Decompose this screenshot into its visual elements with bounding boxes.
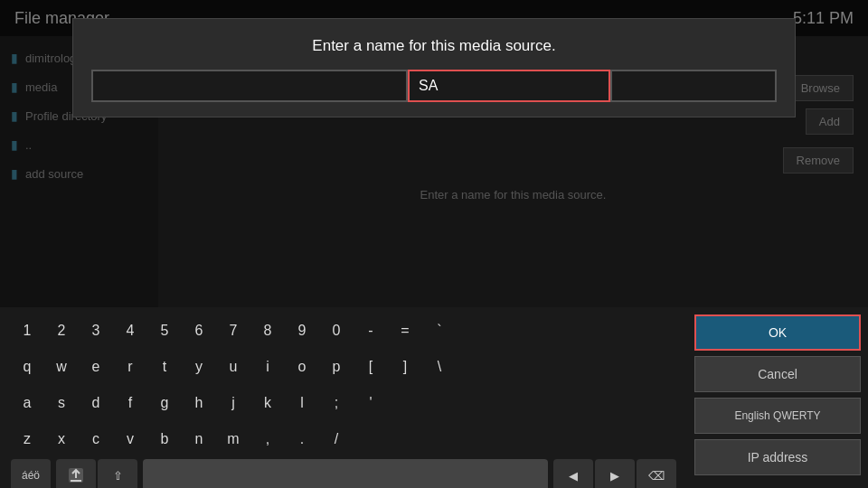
key-semicolon[interactable]: ; (320, 387, 353, 419)
dialog-title: Enter a name for this media source. (91, 37, 777, 55)
key-1[interactable]: 1 (11, 314, 43, 347)
key-u[interactable]: u (217, 351, 250, 383)
dialog-name-input[interactable] (408, 70, 610, 102)
key-0[interactable]: 0 (320, 314, 353, 347)
dialog-input-right-pad (610, 70, 777, 102)
keyboard-row-zxcv: z x c v b n m , . / (11, 423, 676, 455)
key-p[interactable]: p (320, 351, 353, 383)
key-backtick[interactable]: ` (423, 314, 456, 347)
key-c[interactable]: c (80, 423, 112, 455)
key-j[interactable]: j (217, 387, 250, 419)
keyboard-row-numbers: 1 2 3 4 5 6 7 8 9 0 - = ` (11, 314, 676, 347)
key-shift[interactable]: ⇧ (98, 459, 137, 488)
key-8[interactable]: 8 (251, 314, 284, 347)
key-backspace[interactable]: ⌫ (637, 459, 676, 488)
key-right-arrow[interactable]: ▶ (595, 459, 635, 488)
key-period[interactable]: . (286, 423, 318, 455)
key-comma[interactable]: , (251, 423, 284, 455)
key-5[interactable]: 5 (148, 314, 181, 347)
key-3[interactable]: 3 (80, 314, 112, 347)
key-y[interactable]: y (183, 351, 215, 383)
dialog-input-row (91, 70, 777, 102)
keyboard-row-asdf: a s d f g h j k l ; ' (11, 387, 676, 419)
key-accents[interactable]: áéö (11, 459, 51, 488)
key-left-arrow[interactable]: ◀ (553, 459, 593, 488)
key-b[interactable]: b (148, 423, 181, 455)
keyboard-side: OK Cancel English QWERTY IP address (687, 307, 868, 488)
key-spacebar[interactable] (143, 459, 548, 488)
key-x[interactable]: x (45, 423, 78, 455)
key-9[interactable]: 9 (286, 314, 318, 347)
key-minus[interactable]: - (354, 314, 387, 347)
key-n[interactable]: n (183, 423, 215, 455)
key-w[interactable]: w (45, 351, 78, 383)
key-symbols-upload[interactable] (56, 459, 96, 488)
dialog: Enter a name for this media source. (72, 18, 796, 117)
keyboard-row-qwerty: q w e r t y u i o p [ ] \ (11, 351, 676, 383)
key-backslash[interactable]: \ (423, 351, 456, 383)
key-z[interactable]: z (11, 423, 43, 455)
key-g[interactable]: g (148, 387, 181, 419)
dialog-input-left-pad (91, 70, 408, 102)
ok-button[interactable]: OK (694, 314, 861, 351)
key-h[interactable]: h (183, 387, 215, 419)
key-rbracket[interactable]: ] (389, 351, 421, 383)
key-l[interactable]: l (286, 387, 318, 419)
key-r[interactable]: r (114, 351, 146, 383)
key-a[interactable]: a (11, 387, 43, 419)
key-k[interactable]: k (251, 387, 284, 419)
key-4[interactable]: 4 (114, 314, 146, 347)
key-t[interactable]: t (148, 351, 181, 383)
key-o[interactable]: o (286, 351, 318, 383)
key-7[interactable]: 7 (217, 314, 250, 347)
key-e[interactable]: e (80, 351, 112, 383)
key-2[interactable]: 2 (45, 314, 78, 347)
key-f[interactable]: f (114, 387, 146, 419)
key-quote[interactable]: ' (354, 387, 387, 419)
key-m[interactable]: m (217, 423, 250, 455)
key-6[interactable]: 6 (183, 314, 215, 347)
key-i[interactable]: i (251, 351, 284, 383)
keyboard-main: 1 2 3 4 5 6 7 8 9 0 - = ` q w e r t y u … (0, 307, 687, 488)
ip-address-button[interactable]: IP address (694, 439, 861, 475)
keyboard-area: 1 2 3 4 5 6 7 8 9 0 - = ` q w e r t y u … (0, 307, 868, 488)
key-q[interactable]: q (11, 351, 43, 383)
english-qwerty-button[interactable]: English QWERTY (694, 398, 861, 434)
cancel-button[interactable]: Cancel (694, 356, 861, 392)
key-lbracket[interactable]: [ (354, 351, 387, 383)
key-slash[interactable]: / (320, 423, 353, 455)
key-s[interactable]: s (45, 387, 78, 419)
key-d[interactable]: d (80, 387, 112, 419)
key-v[interactable]: v (114, 423, 146, 455)
keyboard-row-special: áéö ⇧ ◀ ▶ ⌫ (11, 459, 676, 488)
key-equals[interactable]: = (389, 314, 421, 347)
